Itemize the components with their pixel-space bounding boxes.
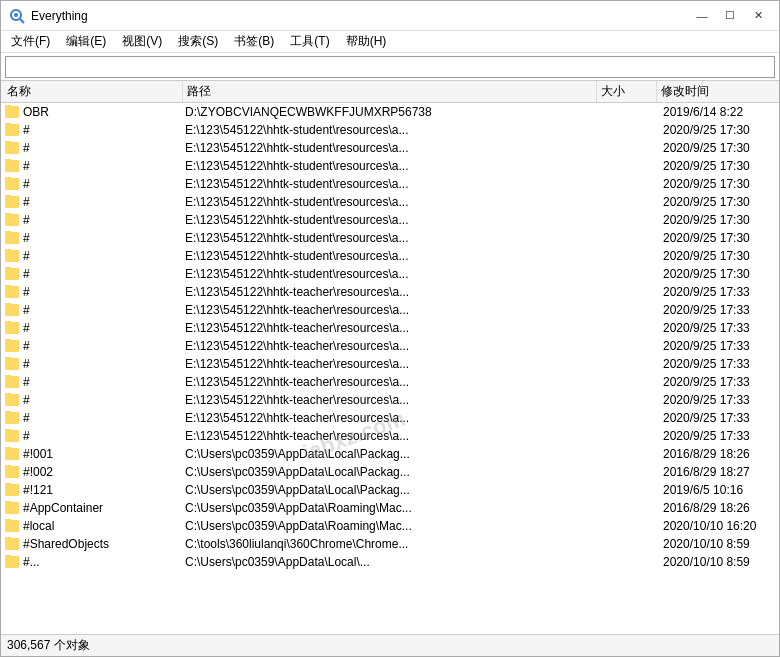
status-bar: 306,567 个对象 [1,634,779,656]
cell-path: C:\Users\pc0359\AppData\Local\... [181,555,599,569]
maximize-button[interactable]: ☐ [717,6,743,26]
menu-tools[interactable]: 工具(T) [282,31,337,53]
folder-icon [5,394,19,406]
cell-name: #local [1,519,181,533]
cell-name: # [1,195,181,209]
col-header-path[interactable]: 路径 [183,81,597,102]
cell-path: E:\123\545122\hhtk-student\resources\a..… [181,123,599,137]
table-row[interactable]: #...C:\Users\pc0359\AppData\Local\...202… [1,553,779,571]
table-row[interactable]: #E:\123\545122\hhtk-student\resources\a.… [1,193,779,211]
table-row[interactable]: #E:\123\545122\hhtk-student\resources\a.… [1,229,779,247]
table-row[interactable]: #E:\123\545122\hhtk-teacher\resources\a.… [1,427,779,445]
app-icon [9,8,25,24]
cell-path: E:\123\545122\hhtk-teacher\resources\a..… [181,339,599,353]
table-row[interactable]: #E:\123\545122\hhtk-teacher\resources\a.… [1,319,779,337]
table-row[interactable]: #E:\123\545122\hhtk-teacher\resources\a.… [1,373,779,391]
col-header-size[interactable]: 大小 [597,81,657,102]
file-name: # [23,357,30,371]
table-row[interactable]: #E:\123\545122\hhtk-student\resources\a.… [1,265,779,283]
cell-path: C:\tools\360liulanqi\360Chrome\Chrome... [181,537,599,551]
table-row[interactable]: #!121C:\Users\pc0359\AppData\Local\Packa… [1,481,779,499]
cell-name: #!002 [1,465,181,479]
file-name: #SharedObjects [23,537,109,551]
cell-path: D:\ZYOBCVIANQECWBWKFFJUMXRP56738 [181,105,599,119]
column-header: 名称 路径 大小 修改时间 [1,81,779,103]
cell-name: #AppContainer [1,501,181,515]
cell-path: E:\123\545122\hhtk-teacher\resources\a..… [181,303,599,317]
cell-name: # [1,249,181,263]
close-button[interactable]: ✕ [745,6,771,26]
cell-name: # [1,375,181,389]
table-row[interactable]: #E:\123\545122\hhtk-teacher\resources\a.… [1,283,779,301]
cell-path: E:\123\545122\hhtk-student\resources\a..… [181,177,599,191]
cell-path: E:\123\545122\hhtk-student\resources\a..… [181,141,599,155]
cell-path: E:\123\545122\hhtk-teacher\resources\a..… [181,393,599,407]
table-row[interactable]: #E:\123\545122\hhtk-student\resources\a.… [1,175,779,193]
col-header-name[interactable]: 名称 [3,81,183,102]
cell-name: # [1,123,181,137]
file-name: # [23,195,30,209]
menu-file[interactable]: 文件(F) [3,31,58,53]
folder-icon [5,124,19,136]
table-row[interactable]: #AppContainerC:\Users\pc0359\AppData\Roa… [1,499,779,517]
cell-path: E:\123\545122\hhtk-teacher\resources\a..… [181,429,599,443]
file-name: #AppContainer [23,501,103,515]
minimize-button[interactable]: — [689,6,715,26]
table-row[interactable]: #E:\123\545122\hhtk-student\resources\a.… [1,247,779,265]
cell-date: 2020/9/25 17:33 [659,357,779,371]
cell-path: E:\123\545122\hhtk-student\resources\a..… [181,249,599,263]
search-bar [1,53,779,81]
table-row[interactable]: #E:\123\545122\hhtk-student\resources\a.… [1,121,779,139]
cell-name: # [1,285,181,299]
col-header-date[interactable]: 修改时间 [657,81,777,102]
table-row[interactable]: #E:\123\545122\hhtk-teacher\resources\a.… [1,355,779,373]
menu-search[interactable]: 搜索(S) [170,31,226,53]
cell-path: C:\Users\pc0359\AppData\Roaming\Mac... [181,501,599,515]
cell-name: #!001 [1,447,181,461]
folder-icon [5,466,19,478]
folder-icon [5,142,19,154]
cell-date: 2020/9/25 17:30 [659,267,779,281]
table-row[interactable]: #SharedObjectsC:\tools\360liulanqi\360Ch… [1,535,779,553]
folder-icon [5,268,19,280]
table-row[interactable]: #E:\123\545122\hhtk-student\resources\a.… [1,139,779,157]
cell-date: 2020/9/25 17:30 [659,231,779,245]
table-row[interactable]: #E:\123\545122\hhtk-student\resources\a.… [1,157,779,175]
folder-icon [5,430,19,442]
table-row[interactable]: #E:\123\545122\hhtk-student\resources\a.… [1,211,779,229]
table-row[interactable]: #localC:\Users\pc0359\AppData\Roaming\Ma… [1,517,779,535]
menu-edit[interactable]: 编辑(E) [58,31,114,53]
table-row[interactable]: #!001C:\Users\pc0359\AppData\Local\Packa… [1,445,779,463]
cell-path: C:\Users\pc0359\AppData\Local\Packag... [181,447,599,461]
file-name: # [23,393,30,407]
search-input[interactable] [5,56,775,78]
cell-date: 2016/8/29 18:26 [659,501,779,515]
table-row[interactable]: #E:\123\545122\hhtk-teacher\resources\a.… [1,301,779,319]
cell-name: # [1,159,181,173]
cell-date: 2020/9/25 17:33 [659,411,779,425]
cell-date: 2016/8/29 18:27 [659,465,779,479]
file-name: # [23,249,30,263]
cell-date: 2020/9/25 17:30 [659,195,779,209]
file-name: # [23,411,30,425]
table-row[interactable]: #!002C:\Users\pc0359\AppData\Local\Packa… [1,463,779,481]
file-name: # [23,159,30,173]
folder-icon [5,160,19,172]
table-row[interactable]: OBRD:\ZYOBCVIANQECWBWKFFJUMXRP567382019/… [1,103,779,121]
file-name: # [23,231,30,245]
folder-icon [5,376,19,388]
folder-icon [5,448,19,460]
cell-name: #... [1,555,181,569]
cell-date: 2020/9/25 17:30 [659,249,779,263]
cell-path: E:\123\545122\hhtk-student\resources\a..… [181,195,599,209]
menu-bookmarks[interactable]: 书签(B) [226,31,282,53]
menu-view[interactable]: 视图(V) [114,31,170,53]
menu-help[interactable]: 帮助(H) [338,31,395,53]
folder-icon [5,538,19,550]
table-row[interactable]: #E:\123\545122\hhtk-teacher\resources\a.… [1,409,779,427]
table-row[interactable]: #E:\123\545122\hhtk-teacher\resources\a.… [1,391,779,409]
cell-path: E:\123\545122\hhtk-teacher\resources\a..… [181,357,599,371]
table-row[interactable]: #E:\123\545122\hhtk-teacher\resources\a.… [1,337,779,355]
cell-name: # [1,321,181,335]
cell-date: 2020/9/25 17:30 [659,213,779,227]
